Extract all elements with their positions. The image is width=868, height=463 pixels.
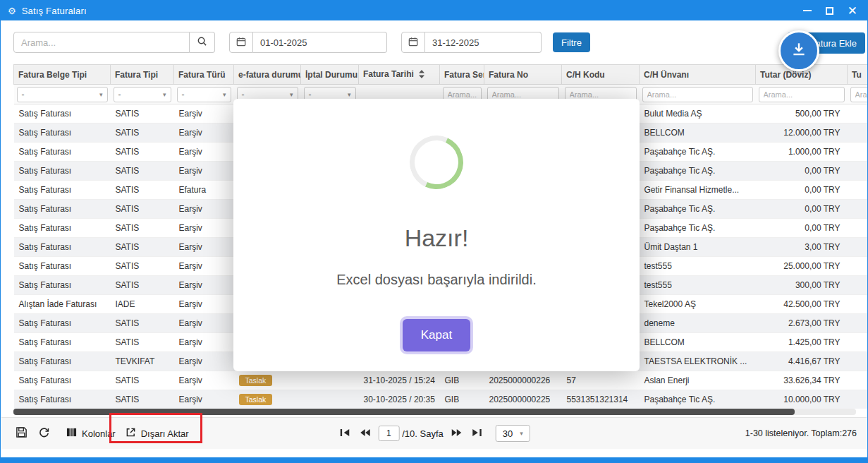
calendar-icon (408, 37, 418, 49)
minimize-button[interactable] (803, 4, 812, 17)
column-header-label: Tutar (Döviz) (760, 70, 811, 80)
column-header-6[interactable]: Fatura Seri (440, 65, 484, 85)
window-controls: ✕ (803, 4, 860, 17)
date-from-group (229, 32, 387, 53)
date-from-input[interactable] (253, 32, 387, 53)
header-row: Fatura Belge TipiFatura TipiFatura Türüe… (14, 65, 868, 85)
filter-dropdown-value: - (182, 90, 185, 100)
titlebar: ⚙ Satış Faturaları ✕ (1, 1, 867, 20)
chevron-down-icon: ▾ (290, 91, 293, 98)
column-header-label: İptal Durumu (305, 70, 357, 80)
app-window: ⚙ Satış Faturaları ✕ (0, 0, 868, 463)
save-button[interactable] (11, 423, 31, 443)
columns-button-label: Kolonlar (82, 428, 116, 439)
column-header-label: Fatura No (489, 70, 528, 80)
export-success-modal: Hazır! Excel dosyası başarıyla indirildi… (233, 99, 640, 371)
filter-dropdown-value: - (242, 90, 245, 100)
filter-input[interactable] (642, 87, 753, 102)
window-title: Satış Faturaları (22, 6, 87, 16)
maximize-button[interactable] (826, 4, 833, 17)
column-header-3[interactable]: e-fatura durumu (234, 65, 301, 85)
search-button[interactable] (190, 32, 215, 53)
export-button-label: Dışarı Aktar (141, 428, 189, 439)
page-number-input[interactable] (378, 426, 399, 441)
horizontal-scrollbar[interactable] (13, 409, 856, 415)
filter-dropdown[interactable]: -▾ (114, 87, 171, 102)
app-icon: ⚙ (8, 6, 16, 16)
sort-icon[interactable] (418, 70, 425, 80)
filter-dropdown[interactable]: -▾ (17, 87, 108, 102)
column-header-8[interactable]: C/H Kodu (562, 65, 640, 85)
calendar-icon (236, 37, 246, 49)
table-row[interactable]: Satış FaturasıSATISEarşivTaslak30-10-202… (14, 390, 868, 409)
date-to-input[interactable] (425, 32, 542, 53)
column-header-label: Fatura Tarihi (363, 69, 414, 79)
column-header-label: C/H Kodu (566, 70, 605, 80)
records-summary: 1-30 listeleniyor. Toplam:276 (745, 428, 857, 438)
bottom-strip (1, 457, 867, 462)
maximize-icon (826, 7, 833, 15)
save-icon (16, 426, 27, 440)
last-page-button[interactable] (470, 427, 484, 440)
date-to-group (401, 32, 542, 53)
column-header-label: e-fatura durumu (238, 70, 301, 80)
filter-input[interactable] (759, 87, 845, 102)
column-header-0[interactable]: Fatura Belge Tipi (14, 65, 111, 85)
columns-icon (66, 427, 77, 440)
chevron-down-icon: ▾ (223, 91, 226, 98)
modal-close-button[interactable]: Kapat (403, 319, 470, 351)
column-header-label: Tu (852, 70, 862, 80)
filter-dropdown-value: - (22, 90, 25, 100)
column-header-label: Fatura Türü (178, 70, 226, 80)
columns-button[interactable]: Kolonlar (66, 427, 116, 440)
filter-dropdown[interactable]: -▾ (177, 87, 231, 102)
toolbar: Filtre (1, 20, 867, 64)
column-header-4[interactable]: İptal Durumu (301, 65, 359, 85)
chevron-down-icon: ▾ (520, 430, 523, 437)
search-group (13, 32, 215, 53)
close-icon: ✕ (848, 5, 857, 17)
first-page-icon (339, 428, 350, 439)
refresh-icon (38, 426, 50, 440)
previous-page-button[interactable] (357, 427, 372, 440)
export-icon (126, 427, 136, 440)
first-page-button[interactable] (338, 427, 351, 440)
column-header-9[interactable]: C/H Ünvanı (640, 65, 756, 85)
column-header-11[interactable]: Tu (848, 65, 868, 85)
close-button[interactable]: ✕ (848, 4, 857, 17)
footer-toolbar: Kolonlar Dışarı Aktar /10. Sayfa (1, 417, 867, 449)
column-header-1[interactable]: Fatura Tipi (111, 65, 174, 85)
export-button[interactable]: Dışarı Aktar (126, 427, 189, 440)
download-icon (790, 40, 808, 61)
filter-button[interactable]: Filtre (553, 32, 590, 52)
chevron-down-icon: ▾ (348, 91, 351, 98)
last-page-icon (472, 428, 482, 439)
column-header-2[interactable]: Fatura Türü (174, 65, 234, 85)
filter-input[interactable] (850, 87, 868, 102)
status-badge: Taslak (239, 375, 273, 386)
column-header-label: Fatura Seri (444, 70, 484, 80)
page-size-value: 30 (503, 428, 513, 439)
scrollbar-thumb[interactable] (13, 409, 795, 415)
chevron-down-icon: ▾ (163, 91, 166, 98)
table-row[interactable]: Satış FaturasıSATISEarşivTaslak31-10-202… (14, 371, 868, 390)
search-input[interactable] (13, 32, 190, 53)
column-header-5[interactable]: Fatura Tarihi (359, 65, 440, 85)
page-size-select[interactable]: 30 ▾ (496, 425, 530, 442)
column-header-label: C/H Ünvanı (644, 70, 689, 80)
refresh-button[interactable] (34, 423, 54, 443)
download-fab-button[interactable] (778, 30, 819, 71)
filter-dropdown-value: - (118, 90, 121, 100)
calendar-from-button[interactable] (229, 32, 253, 53)
next-page-button[interactable] (450, 427, 464, 440)
column-header-label: Fatura Tipi (115, 70, 158, 80)
calendar-to-button[interactable] (401, 32, 425, 53)
column-header-7[interactable]: Fatura No (484, 65, 562, 85)
next-page-icon (451, 428, 463, 439)
status-badge: Taslak (239, 394, 273, 405)
filter-dropdown-value: - (309, 90, 312, 100)
search-icon (197, 36, 207, 49)
chevron-down-icon: ▾ (99, 91, 103, 98)
pagination: /10. Sayfa 30 ▾ (338, 425, 530, 442)
minimize-icon (803, 10, 812, 11)
